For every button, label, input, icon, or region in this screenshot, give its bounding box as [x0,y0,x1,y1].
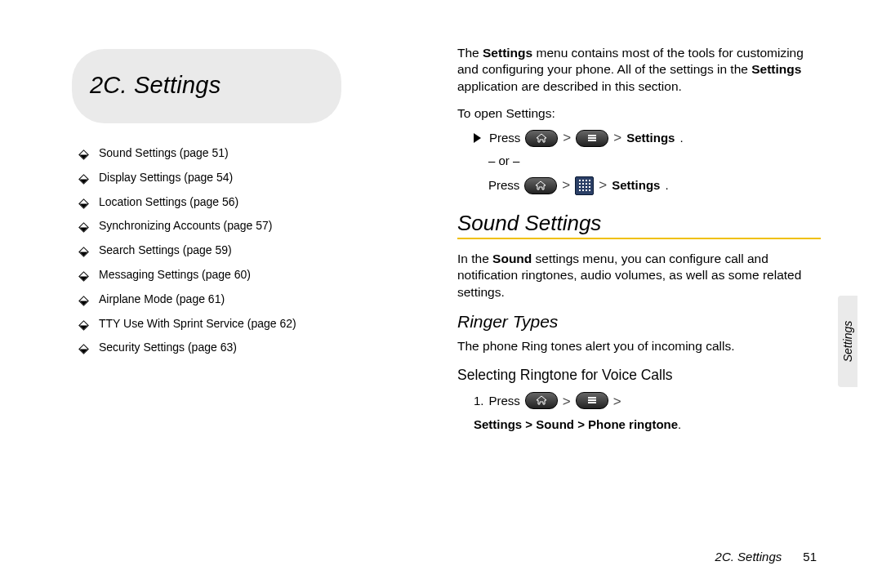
diamond-bullet-icon [78,223,89,234]
greater-than-icon: > [562,175,570,196]
greater-than-icon: > [563,392,571,412]
diamond-bullet-icon [78,247,89,257]
apps-grid-icon [575,176,594,195]
svg-rect-1 [588,137,596,139]
left-column: 2C. Settings Sound Settings (page 51) Di… [72,49,415,365]
settings-label: Settings [612,176,660,195]
greater-than-icon: > [563,127,571,149]
period: . [679,129,683,148]
right-column: The Settings menu contains most of the t… [457,45,821,433]
or-label: – or – [488,152,821,171]
menu-key-icon [576,392,608,409]
heading-rule [457,238,821,239]
toc-item: Sound Settings (page 51) [80,146,415,160]
diamond-bullet-icon [78,149,89,160]
text-bold: Sound [492,252,532,265]
sound-intro-paragraph: In the Sound settings menu, you can conf… [457,251,821,301]
period: . [678,417,681,431]
procedure-label: To open Settings: [457,106,821,121]
greater-than-icon: > [613,392,621,412]
page-footer: 2C. Settings 51 [715,550,817,564]
toc-item: Security Settings (page 63) [80,341,415,354]
diamond-bullet-icon [78,174,89,185]
path-settings: Settings [474,417,522,431]
svg-rect-0 [588,135,596,136]
step-marker-icon [474,133,481,143]
side-tab-label: Settings [841,321,854,363]
toc-label: Messaging Settings (page 60) [99,268,251,282]
diamond-bullet-icon [78,198,89,209]
greater-than-icon: > [599,175,607,196]
page-number: 51 [803,550,817,564]
toc-label: TTY Use With Sprint Service (page 62) [99,317,296,331]
diamond-bullet-icon [78,296,89,306]
svg-rect-3 [588,397,596,399]
toc-label: Sound Settings (page 51) [99,146,229,160]
home-key-icon [525,130,558,147]
toc-label: Synchronizing Accounts (page 57) [99,219,272,233]
heading-ringer-types: Ringer Types [457,312,821,332]
text: application are described in this sectio… [457,79,682,93]
toc-item: Display Settings (page 54) [80,171,415,185]
manual-page: 2C. Settings Sound Settings (page 51) Di… [0,0,882,588]
diamond-bullet-icon [78,345,89,355]
numbered-step: 1. Press > > Settings > Sound > Phone ri… [474,392,821,434]
path-sep: > [525,417,532,431]
svg-rect-2 [588,140,596,141]
heading-sound-settings: Sound Settings [457,211,821,236]
svg-rect-5 [588,402,596,403]
text-bold: Settings [751,62,801,76]
heading-select-ringtone: Selecting Ringtone for Voice Calls [457,367,821,384]
path-phone-ringtone: Phone ringtone [588,417,678,431]
toc-item: Messaging Settings (page 60) [80,268,415,282]
ringer-body: The phone Ring tones alert you of incomi… [457,338,821,354]
text: The [457,46,483,60]
svg-rect-4 [588,399,596,401]
settings-label: Settings [626,129,675,148]
open-settings-procedure: Press > > Settings. – or – Press > [474,127,821,196]
press-label: Press [489,392,520,409]
press-label: Press [489,129,520,148]
toc-label: Location Settings (page 56) [99,195,238,209]
toc-label: Search Settings (page 59) [99,243,232,257]
chapter-heading-tab: 2C. Settings [72,49,341,123]
press-label: Press [488,176,519,195]
path-sep: > [577,417,585,431]
diamond-bullet-icon [78,320,89,331]
toc-item: Location Settings (page 56) [80,195,415,209]
period: . [665,176,668,195]
text-bold: Settings [483,46,532,60]
procedure-line: Press > > Settings. [488,175,821,196]
toc-label: Airplane Mode (page 61) [99,292,225,306]
menu-key-icon [576,130,608,147]
toc-label: Security Settings (page 63) [99,341,237,354]
toc-item: Airplane Mode (page 61) [80,292,415,306]
toc-item: Search Settings (page 59) [80,243,415,257]
text: In the [457,252,492,265]
chapter-title: 2C. Settings [90,72,317,99]
side-tab: Settings [838,296,858,387]
table-of-contents: Sound Settings (page 51) Display Setting… [80,146,415,354]
home-key-icon [525,392,558,409]
step-number: 1. [474,392,484,409]
path-sound: Sound [536,417,574,431]
toc-item: Synchronizing Accounts (page 57) [80,219,415,233]
step-line: 1. Press > > Settings > Sound > Phone ri… [474,392,821,434]
toc-item: TTY Use With Sprint Service (page 62) [80,317,415,331]
intro-paragraph: The Settings menu contains most of the t… [457,45,821,95]
toc-label: Display Settings (page 54) [99,171,233,185]
greater-than-icon: > [613,127,621,149]
footer-chapter: 2C. Settings [715,550,782,564]
diamond-bullet-icon [78,271,89,282]
procedure-line: Press > > Settings. [474,127,821,149]
home-key-icon [524,177,557,194]
